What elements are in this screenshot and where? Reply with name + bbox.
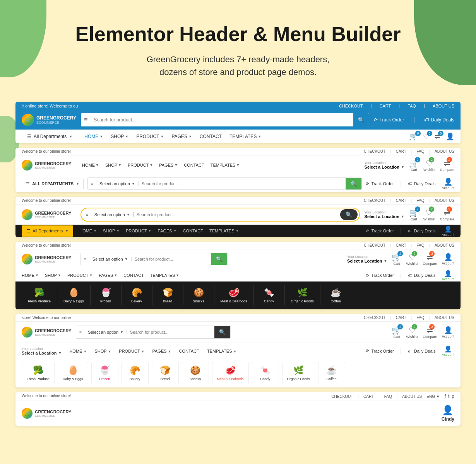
departments-button[interactable]: ☰ All Departments ▼ <box>22 130 78 143</box>
cat5-fresh[interactable]: 🥦 Fresh Produce <box>22 362 55 384</box>
track-order-link3[interactable]: ⟳ Track Order <box>366 229 394 234</box>
account-link4b[interactable]: 👤 Account <box>442 270 454 281</box>
cat-dairy-eggs[interactable]: 🥚 Dairy & Eggs <box>57 285 91 305</box>
search-button4[interactable]: 🔍 <box>211 253 227 265</box>
nav4-home[interactable]: HOME ▼ <box>22 269 39 281</box>
search-input4[interactable] <box>132 257 211 261</box>
select-option3[interactable]: Select an option ▼ <box>91 212 134 217</box>
search-input2[interactable] <box>139 181 346 186</box>
faq-link[interactable]: FAQ <box>408 104 416 108</box>
account-link5b[interactable]: 👤 Account <box>442 345 454 357</box>
checkout-link3[interactable]: CHECKOUT <box>364 198 385 203</box>
nav5-shop[interactable]: SHOP ▼ <box>94 349 111 353</box>
cat-bakery[interactable]: 🥐 Bakery <box>122 285 152 305</box>
twitter-icon[interactable]: t <box>448 394 449 399</box>
daily-deals-link4[interactable]: 🏷 Daily Deals <box>408 273 436 278</box>
nav5-templates[interactable]: TEMPLATES ▼ <box>207 349 237 353</box>
nav5-contact[interactable]: CONTACT <box>179 349 199 353</box>
nav-home[interactable]: HOME ▼ <box>84 130 103 143</box>
daily-deals-link2[interactable]: 🏷 Daily Deals <box>408 181 436 186</box>
nav-templates[interactable]: TEMPLATES ▼ <box>229 130 261 143</box>
track-order-link2[interactable]: ⟳ Track Order <box>366 181 394 186</box>
nav-shop[interactable]: SHOP ▼ <box>111 130 128 143</box>
search-input5[interactable] <box>127 330 214 334</box>
location5[interactable]: Your Location Select a Location ▼ <box>22 347 62 355</box>
account-link4[interactable]: 👤 Account <box>442 253 454 265</box>
nav4-pages[interactable]: PAGES ▼ <box>99 269 117 281</box>
about-link4[interactable]: ABOUT US <box>435 243 454 247</box>
faq-link6[interactable]: FAQ <box>384 394 392 399</box>
cart-link5[interactable]: CART <box>396 316 406 320</box>
nav4-contact[interactable]: CONTACT <box>123 269 144 281</box>
about-link6[interactable]: ABOUT US <box>402 394 422 399</box>
nav5-product[interactable]: PRODUCT ▼ <box>119 349 144 353</box>
nav-contact[interactable]: CONTACT <box>200 130 222 143</box>
about-link[interactable]: ABOUT US <box>433 104 454 108</box>
about-link2[interactable]: ABOUT US <box>435 149 454 154</box>
nav2-templates[interactable]: TEMPLATES ▼ <box>211 163 240 167</box>
nav2-home[interactable]: HOME ▼ <box>82 163 99 167</box>
cat5-bread[interactable]: 🍞 Bread <box>152 362 179 384</box>
track-order-link[interactable]: ⟳ Track Order <box>374 117 404 123</box>
select-option5[interactable]: Select an option ▼ <box>85 330 127 334</box>
cat-organic[interactable]: 🌿 Organic Foods <box>285 285 320 305</box>
daily-deals-link3[interactable]: 🏷 Daily Deals <box>408 229 436 233</box>
cat5-coffee[interactable]: ☕ Coffee <box>318 362 345 384</box>
cat5-meat[interactable]: 🥩 Meat & Seafoods <box>212 362 249 384</box>
cat-bread[interactable]: 🍞 Bread <box>152 285 183 305</box>
daily-deals-link[interactable]: 🏷 Daily Deals <box>424 117 454 123</box>
nav2-pages[interactable]: PAGES ▼ <box>159 163 178 167</box>
cat-frozen[interactable]: 🍧 Frozen <box>91 285 122 305</box>
checkout-link2[interactable]: CHECKOUT <box>364 149 385 154</box>
nav4-product[interactable]: PRODUCT ▼ <box>67 269 92 281</box>
about-link3[interactable]: ABOUT US <box>435 198 454 203</box>
user-icon[interactable]: 👤 <box>446 132 454 141</box>
cart-icon3[interactable]: 🛒2 Cart <box>409 208 419 221</box>
cat-coffee[interactable]: ☕ Coffee <box>320 285 351 305</box>
search-button5[interactable]: 🔍 <box>214 326 230 338</box>
cart-link2[interactable]: CART <box>396 149 406 154</box>
all-depts-button[interactable]: ☰ All Departments ▼ <box>22 179 84 189</box>
search-button2[interactable]: 🔍 <box>346 178 361 189</box>
cat5-bakery[interactable]: 🥐 Bakery <box>122 362 149 384</box>
cat-meat[interactable]: 🥩 Meat & Seafoods <box>214 285 254 305</box>
compare-icon[interactable]: ⇌0 <box>435 132 441 141</box>
nav3-home[interactable]: HOME ▼ <box>79 225 97 237</box>
checkout-link5[interactable]: CHECKOUT <box>364 316 385 320</box>
cart-icon4[interactable]: 🛒2 Cart <box>392 252 401 266</box>
location-selector4[interactable]: Your Location Select a Location ▼ <box>347 255 387 263</box>
wishlist-icon3[interactable]: ♡2 Wishlist <box>423 208 435 221</box>
nav2-shop[interactable]: SHOP ▼ <box>105 163 122 167</box>
nav3-pages[interactable]: PAGES ▼ <box>158 225 177 237</box>
cart-icon[interactable]: 🛒0 <box>409 132 418 141</box>
faq-link4[interactable]: FAQ <box>416 243 424 247</box>
faq-link5[interactable]: FAQ <box>416 316 424 320</box>
wishlist-icon4[interactable]: ♡2 Wishlist <box>406 252 418 266</box>
track-order-link5[interactable]: ⟳ Track Order <box>366 348 394 353</box>
cart-link6[interactable]: CART <box>363 394 374 399</box>
nav3-shop[interactable]: SHOP ▼ <box>103 225 120 237</box>
track-order-link4[interactable]: ⟳ Track Order <box>366 273 394 278</box>
cart-icon5[interactable]: 🛒2 Cart <box>392 326 401 339</box>
nav4-templates[interactable]: TEMPLATES ▼ <box>150 269 180 281</box>
search-input[interactable] <box>91 117 353 123</box>
facebook-icon[interactable]: f <box>445 394 446 399</box>
cat5-frozen[interactable]: 🍧 Frozen <box>91 362 118 384</box>
user-profile[interactable]: 👤 Cindy <box>442 405 454 422</box>
cat-candy[interactable]: 🍬 Candy <box>254 285 285 305</box>
nav2-product[interactable]: PRODUCT ▼ <box>128 163 153 167</box>
location-selector[interactable]: Your Location Select a Location ▼ <box>365 161 404 169</box>
compare-icon2[interactable]: ⇌2 Compare <box>440 159 454 172</box>
cat-snacks[interactable]: 🍪 Snacks <box>183 285 214 305</box>
daily-deals-link5[interactable]: 🏷 Daily Deals <box>408 349 436 353</box>
cart-link4[interactable]: CART <box>396 243 406 247</box>
checkout-link6[interactable]: CHECKOUT <box>331 394 353 399</box>
cat5-organic[interactable]: 🌿 Organic Foods <box>282 362 315 384</box>
account-link2[interactable]: 👤 Account <box>442 177 454 190</box>
faq-link2[interactable]: FAQ <box>416 149 424 154</box>
compare-icon5[interactable]: ⇌2 Compare <box>423 326 437 339</box>
nav5-pages[interactable]: PAGES ▼ <box>152 349 171 353</box>
select-option4[interactable]: Select an option ▼ <box>89 257 132 261</box>
checkout-link[interactable]: CHECKOUT <box>339 104 363 108</box>
compare-icon4[interactable]: ⇌2 Compare <box>423 252 437 266</box>
